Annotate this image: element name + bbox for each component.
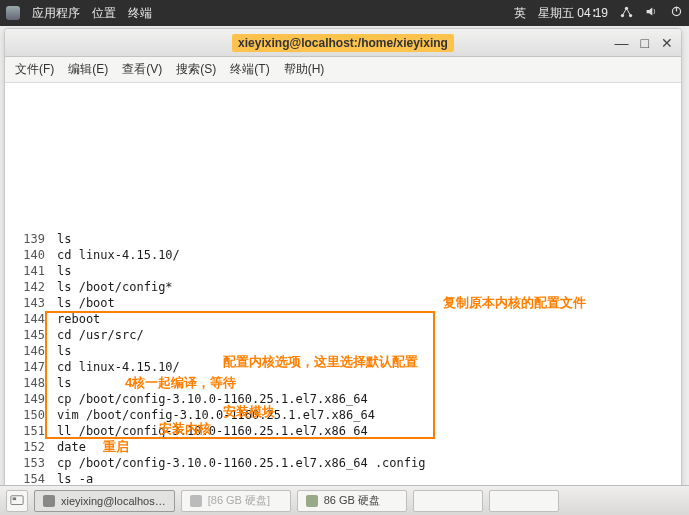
menu-view[interactable]: 查看(V) <box>122 61 162 78</box>
task-disk-2[interactable]: 86 GB 硬盘 <box>297 490 407 512</box>
line-number: 147 <box>13 359 45 375</box>
history-line: 141ls <box>13 263 673 279</box>
line-number: 150 <box>13 407 45 423</box>
volume-icon[interactable] <box>645 5 658 21</box>
line-number: 152 <box>13 439 45 455</box>
gnome-top-bar: 应用程序 位置 终端 英 星期五 04∶19 <box>0 0 689 26</box>
history-line: 147cd linux-4.15.10/ <box>13 359 673 375</box>
window-titlebar[interactable]: xieyixing@localhost:/home/xieyixing — □ … <box>5 29 681 57</box>
history-command: cd linux-4.15.10/ <box>45 359 180 375</box>
history-line: 151ll /boot/config-3.10.0-1160.25.1.el7.… <box>13 423 673 439</box>
line-number: 139 <box>13 231 45 247</box>
history-command: cd /usr/src/ <box>45 327 144 343</box>
history-line: 149cp /boot/config-3.10.0-1160.25.1.el7.… <box>13 391 673 407</box>
history-command: ls <box>45 343 71 359</box>
task-label: xieyixing@localhos… <box>61 495 166 507</box>
menu-file[interactable]: 文件(F) <box>15 61 54 78</box>
task-empty[interactable] <box>413 490 483 512</box>
task-label: 86 GB 硬盘 <box>324 493 380 508</box>
history-command: cd linux-4.15.10/ <box>45 247 180 263</box>
menu-edit[interactable]: 编辑(E) <box>68 61 108 78</box>
menu-applications[interactable]: 应用程序 <box>32 5 80 22</box>
line-number: 148 <box>13 375 45 391</box>
line-number: 142 <box>13 279 45 295</box>
history-command: reboot <box>45 311 100 327</box>
history-command: ll /boot/config-3.10.0-1160.25.1.el7.x86… <box>45 423 368 439</box>
history-line: 139ls <box>13 231 673 247</box>
history-line: 143ls /boot <box>13 295 673 311</box>
history-line: 150vim /boot/config-3.10.0-1160.25.1.el7… <box>13 407 673 423</box>
menu-places[interactable]: 位置 <box>92 5 116 22</box>
line-number: 145 <box>13 327 45 343</box>
history-command: cp /boot/config-3.10.0-1160.25.1.el7.x86… <box>45 455 425 471</box>
terminal-content[interactable]: 复制原本内核的配置文件 配置内核选项，这里选择默认配置 4核一起编译，等待 安装… <box>5 83 681 515</box>
terminal-menubar: 文件(F) 编辑(E) 查看(V) 搜索(S) 终端(T) 帮助(H) <box>5 57 681 83</box>
line-number: 146 <box>13 343 45 359</box>
history-line: 152date <box>13 439 673 455</box>
history-command: ls /boot/config* <box>45 279 173 295</box>
line-number: 151 <box>13 423 45 439</box>
history-command: vim /boot/config-3.10.0-1160.25.1.el7.x8… <box>45 407 375 423</box>
window-maximize-button[interactable]: □ <box>641 35 649 51</box>
show-desktop-button[interactable] <box>6 490 28 512</box>
line-number: 140 <box>13 247 45 263</box>
history-command: ls <box>45 231 71 247</box>
ime-indicator[interactable]: 英 <box>514 5 526 22</box>
task-disk-1[interactable]: [86 GB 硬盘] <box>181 490 291 512</box>
history-command: date <box>45 439 86 455</box>
task-label: [86 GB 硬盘] <box>208 493 270 508</box>
history-line: 140cd linux-4.15.10/ <box>13 247 673 263</box>
task-terminal[interactable]: xieyixing@localhos… <box>34 490 175 512</box>
window-title: xieyixing@localhost:/home/xieyixing <box>232 34 454 52</box>
line-number: 141 <box>13 263 45 279</box>
terminal-window: xieyixing@localhost:/home/xieyixing — □ … <box>4 28 682 515</box>
history-line: 145cd /usr/src/ <box>13 327 673 343</box>
disk-icon <box>190 495 202 507</box>
menu-search[interactable]: 搜索(S) <box>176 61 216 78</box>
menu-terminal[interactable]: 终端 <box>128 5 152 22</box>
history-command: cp /boot/config-3.10.0-1160.25.1.el7.x86… <box>45 391 368 407</box>
menu-terminal-m[interactable]: 终端(T) <box>230 61 269 78</box>
history-line: 146ls <box>13 343 673 359</box>
history-command: ls <box>45 263 71 279</box>
history-command: ls <box>45 375 71 391</box>
bottom-taskbar: xieyixing@localhos… [86 GB 硬盘] 86 GB 硬盘 <box>0 485 689 515</box>
line-number: 144 <box>13 311 45 327</box>
network-icon[interactable] <box>620 5 633 21</box>
disk-icon <box>306 495 318 507</box>
window-close-button[interactable]: ✕ <box>661 35 673 51</box>
line-number: 153 <box>13 455 45 471</box>
menu-help[interactable]: 帮助(H) <box>284 61 325 78</box>
history-line: 153cp /boot/config-3.10.0-1160.25.1.el7.… <box>13 455 673 471</box>
activities-icon[interactable] <box>6 6 20 20</box>
power-icon[interactable] <box>670 5 683 21</box>
history-command: ls /boot <box>45 295 115 311</box>
window-minimize-button[interactable]: — <box>615 35 629 51</box>
line-number: 149 <box>13 391 45 407</box>
terminal-icon <box>43 495 55 507</box>
line-number: 143 <box>13 295 45 311</box>
history-line: 148ls <box>13 375 673 391</box>
history-line: 142ls /boot/config* <box>13 279 673 295</box>
history-line: 144reboot <box>13 311 673 327</box>
clock[interactable]: 星期五 04∶19 <box>538 5 608 22</box>
task-empty[interactable] <box>489 490 559 512</box>
svg-rect-6 <box>13 497 17 500</box>
